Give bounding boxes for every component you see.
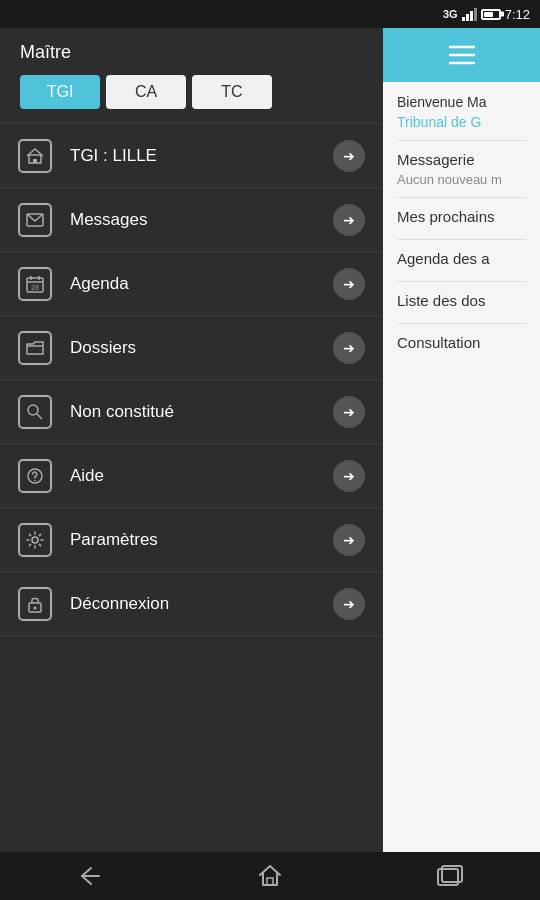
arrow-right-icon-0: ➔ [333,140,365,172]
battery-icon [481,9,501,20]
network-indicator: 3G [443,8,458,20]
status-bar: 3G 7:12 [0,0,540,28]
menu-label-agenda: Agenda [70,274,333,294]
arrow-right-icon-2: ➔ [333,268,365,300]
menu-item-aide[interactable]: Aide ➔ [0,444,383,508]
arrow-right-icon-3: ➔ [333,332,365,364]
arrow-right-icon-4: ➔ [333,396,365,428]
svg-point-10 [34,606,37,609]
arrow-right-icon-7: ➔ [333,588,365,620]
svg-point-5 [28,405,38,415]
right-panel: Bienvenue Ma Tribunal de G Messagerie Au… [383,28,540,852]
menu-label-non-constitue: Non constitué [70,402,333,422]
section-prochains-title: Mes prochains [397,208,526,225]
search-icon [18,395,52,429]
right-header [383,28,540,82]
bottom-navigation-bar [0,852,540,900]
section-prochains: Mes prochains [397,197,526,239]
menu-item-parametres[interactable]: Paramètres ➔ [0,508,383,572]
main-layout: Maître TGI CA TC TGI : LILLE ➔ [0,28,540,852]
menu-label-parametres: Paramètres [70,530,333,550]
menu-label-messages: Messages [70,210,333,230]
menu-item-agenda[interactable]: 28 Agenda ➔ [0,252,383,316]
app-title: Maître [20,42,363,63]
menu-item-messages[interactable]: Messages ➔ [0,188,383,252]
menu-label-tgi-lille: TGI : LILLE [70,146,333,166]
tab-tc[interactable]: TC [192,75,272,109]
menu-item-deconnexion[interactable]: Déconnexion ➔ [0,572,383,636]
status-icons: 3G 7:12 [443,7,530,22]
menu-item-non-constitue[interactable]: Non constitué ➔ [0,380,383,444]
tab-ca[interactable]: CA [106,75,186,109]
section-consultation-title: Consultation [397,334,526,351]
back-button[interactable] [57,855,123,897]
section-messagerie-title: Messagerie [397,151,526,168]
menu-label-dossiers: Dossiers [70,338,333,358]
recents-button[interactable] [417,855,483,897]
left-panel: Maître TGI CA TC TGI : LILLE ➔ [0,28,383,852]
svg-rect-1 [33,159,37,163]
tab-tgi[interactable]: TGI [20,75,100,109]
signal-strength-icon [462,7,477,21]
svg-text:28: 28 [31,284,39,291]
section-messagerie-sub: Aucun nouveau m [397,172,526,187]
section-liste-dos-title: Liste des dos [397,292,526,309]
svg-point-7 [34,479,36,481]
menu-item-tgi-lille[interactable]: TGI : LILLE ➔ [0,124,383,188]
building-icon [18,139,52,173]
clock: 7:12 [505,7,530,22]
folder-icon [18,331,52,365]
help-icon [18,459,52,493]
menu-label-aide: Aide [70,466,333,486]
arrow-right-icon-6: ➔ [333,524,365,556]
home-button[interactable] [237,853,303,899]
arrow-right-icon-1: ➔ [333,204,365,236]
right-content: Bienvenue Ma Tribunal de G Messagerie Au… [383,82,540,377]
settings-icon [18,523,52,557]
tribunal-link[interactable]: Tribunal de G [397,114,526,130]
svg-rect-14 [267,878,273,885]
arrow-right-icon-5: ➔ [333,460,365,492]
tabs-container: TGI CA TC [20,75,363,109]
menu-label-deconnexion: Déconnexion [70,594,333,614]
section-messagerie: Messagerie Aucun nouveau m [397,140,526,197]
section-consultation: Consultation [397,323,526,365]
calendar-icon: 28 [18,267,52,301]
left-header: Maître TGI CA TC [0,28,383,123]
envelope-icon [18,203,52,237]
section-agenda-title: Agenda des a [397,250,526,267]
lock-icon [18,587,52,621]
section-agenda: Agenda des a [397,239,526,281]
section-liste-dos: Liste des dos [397,281,526,323]
hamburger-icon[interactable] [448,44,476,66]
menu-item-dossiers[interactable]: Dossiers ➔ [0,316,383,380]
svg-point-8 [32,537,38,543]
welcome-text: Bienvenue Ma [397,94,526,110]
